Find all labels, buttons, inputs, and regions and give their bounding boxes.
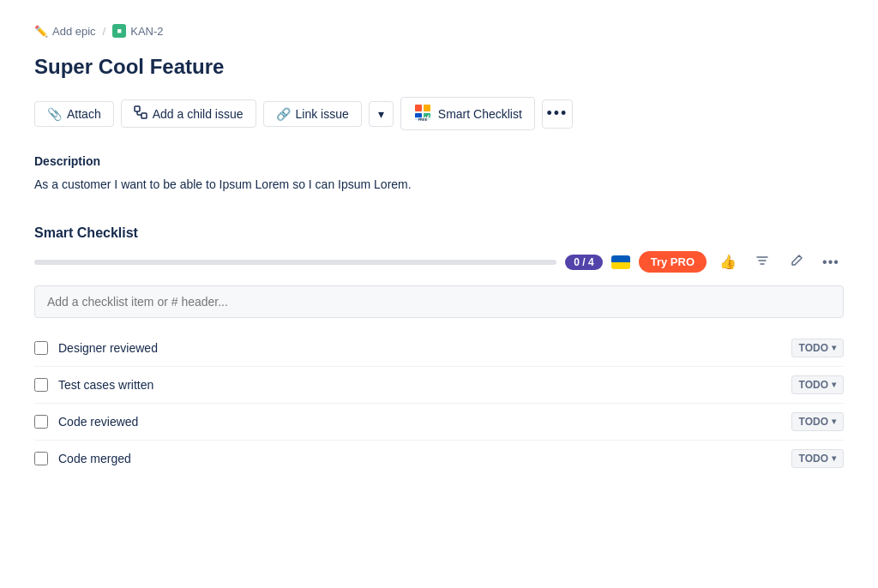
svg-text:FREE: FREE [418,117,427,122]
todo-label-2: TODO [799,416,828,428]
add-child-label: Add a child issue [153,107,244,121]
todo-badge-2[interactable]: TODO ▾ [791,412,844,431]
progress-bar-track [34,260,556,265]
checklist-more-button[interactable]: ••• [818,249,844,275]
dropdown-button[interactable]: ▾ [369,101,394,127]
todo-badge-1[interactable]: TODO ▾ [791,375,844,394]
todo-badge-0[interactable]: TODO ▾ [791,339,844,357]
child-issue-icon [134,105,147,122]
item-checkbox-3[interactable] [34,452,48,465]
ukraine-flag-icon [611,255,630,269]
description-section: Description As a customer I want to be a… [34,154,844,194]
description-label: Description [34,154,844,168]
add-epic-link[interactable]: ✏️ Add epic [34,25,96,38]
edit-button[interactable] [784,249,809,275]
edit-icon [790,254,803,271]
item-label-2: Code reviewed [58,415,781,429]
checklist-header: Smart Checklist [34,225,844,241]
checklist-items-list: Designer reviewed TODO ▾ Test cases writ… [34,330,844,477]
item-label-1: Test cases written [58,378,781,392]
smart-checklist-section: Smart Checklist 0 / 4 Try PRO 👍 [34,225,844,477]
svg-rect-4 [424,105,430,111]
todo-label-1: TODO [799,379,828,391]
attach-label: Attach [67,107,101,121]
issue-id: KAN-2 [130,25,163,38]
issue-type-icon: ■ [112,24,126,38]
smart-checklist-label: Smart Checklist [438,107,522,121]
svg-rect-3 [415,105,422,111]
checklist-input-row[interactable] [34,285,844,318]
list-item: Test cases written TODO ▾ [34,367,844,404]
filter-icon [755,254,769,271]
breadcrumb: ✏️ Add epic / ■ KAN-2 [34,24,844,38]
todo-label-3: TODO [799,453,828,465]
pencil-icon: ✏️ [34,25,48,38]
list-item: Code reviewed TODO ▾ [34,404,844,441]
todo-badge-3[interactable]: TODO ▾ [791,449,844,468]
link-label: Link issue [296,107,349,121]
svg-rect-1 [141,113,147,118]
attach-icon: 📎 [47,107,62,121]
item-checkbox-1[interactable] [34,378,48,392]
thumbs-up-button[interactable]: 👍 [715,249,741,275]
add-child-issue-button[interactable]: Add a child issue [121,99,256,128]
smart-checklist-icon: FREE [413,103,432,124]
description-text: As a customer I want to be able to Ipsum… [34,175,844,194]
smart-checklist-button[interactable]: FREE Smart Checklist [400,97,535,130]
todo-label-0: TODO [799,342,828,354]
add-epic-label: Add epic [52,25,96,38]
todo-chevron-3: ▾ [832,453,836,463]
try-pro-button[interactable]: Try PRO [639,251,707,273]
issue-title: Super Cool Feature [34,53,844,80]
checklist-input[interactable] [34,285,844,318]
issue-breadcrumb[interactable]: ■ KAN-2 [112,24,163,38]
more-icon: ••• [546,105,568,123]
item-checkbox-0[interactable] [34,341,48,355]
list-item: Designer reviewed TODO ▾ [34,330,844,367]
todo-chevron-0: ▾ [832,343,836,352]
link-icon: 🔗 [276,107,291,121]
checklist-more-icon: ••• [822,255,839,270]
svg-rect-0 [135,106,140,111]
todo-chevron-2: ▾ [832,417,836,426]
breadcrumb-separator: / [103,25,106,38]
thumbs-up-icon: 👍 [719,254,737,270]
chevron-down-icon: ▾ [378,107,384,121]
filter-button[interactable] [749,249,775,275]
todo-chevron-1: ▾ [832,380,836,389]
item-checkbox-2[interactable] [34,415,48,429]
item-label-3: Code merged [58,452,781,465]
progress-row: 0 / 4 Try PRO 👍 [34,249,844,275]
toolbar: 📎 Attach Add a child issue 🔗 Link issue … [34,97,844,130]
progress-badge: 0 / 4 [565,255,602,270]
link-issue-button[interactable]: 🔗 Link issue [263,101,362,127]
list-item: Code merged TODO ▾ [34,441,844,477]
item-label-0: Designer reviewed [58,341,781,355]
attach-button[interactable]: 📎 Attach [34,101,114,127]
more-options-button[interactable]: ••• [542,99,573,129]
checklist-title: Smart Checklist [34,225,138,241]
